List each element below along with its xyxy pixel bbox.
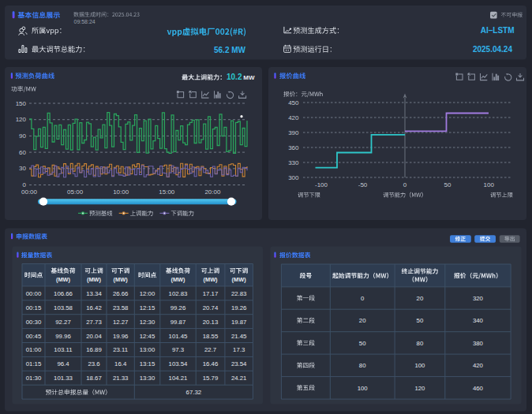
svg-text:01:00: 01:00 (26, 346, 42, 353)
svg-text:23.58: 23.58 (113, 304, 129, 311)
svg-text:103.58: 103.58 (54, 304, 73, 311)
svg-text:120: 120 (16, 116, 27, 123)
svg-text:19.26: 19.26 (231, 304, 247, 311)
svg-text:460: 460 (473, 385, 484, 392)
svg-text:150: 150 (16, 100, 27, 107)
svg-text:17.3: 17.3 (233, 346, 245, 353)
svg-text:13:30: 13:30 (140, 375, 155, 382)
svg-text:420: 420 (473, 362, 484, 369)
svg-text:24.21: 24.21 (231, 375, 247, 382)
svg-text:16.4: 16.4 (114, 360, 127, 367)
svg-text:67.32: 67.32 (186, 389, 202, 396)
svg-text:AI–LSTM: AI–LSTM (481, 26, 515, 35)
svg-text:09:58:24: 09:58:24 (74, 19, 96, 24)
svg-text:00:15: 00:15 (26, 304, 42, 311)
svg-text:05:00: 05:00 (67, 188, 84, 196)
svg-text:(MW): (MW) (87, 276, 102, 283)
svg-text:-50: -50 (358, 181, 368, 188)
svg-text:12:00: 12:00 (140, 290, 155, 297)
svg-text:01:15: 01:15 (26, 360, 42, 367)
svg-text:100: 100 (358, 385, 369, 392)
svg-text:(MW): (MW) (56, 276, 71, 283)
svg-text:18.67: 18.67 (86, 375, 102, 382)
svg-text:15.79: 15.79 (203, 375, 219, 382)
svg-text:99.96: 99.96 (55, 333, 71, 340)
svg-text:23.54: 23.54 (231, 360, 247, 367)
svg-text:0: 0 (403, 181, 407, 188)
svg-text:103.11: 103.11 (54, 346, 72, 353)
svg-text:80: 80 (359, 362, 366, 369)
svg-text:16.46: 16.46 (203, 360, 219, 367)
svg-text:22.83: 22.83 (231, 290, 247, 297)
svg-text:(MW): (MW) (114, 276, 129, 283)
svg-text:320: 320 (473, 295, 484, 302)
svg-text:13:15: 13:15 (140, 360, 155, 367)
svg-text:50: 50 (444, 181, 451, 188)
svg-text:20.13: 20.13 (203, 319, 219, 326)
svg-text:0: 0 (361, 295, 365, 302)
svg-text:23.6: 23.6 (88, 360, 99, 367)
svg-text:26.66: 26.66 (113, 290, 129, 297)
svg-text:16.42: 16.42 (86, 304, 102, 311)
svg-text:19.87: 19.87 (231, 319, 247, 326)
svg-text:22.7: 22.7 (204, 346, 216, 353)
svg-text:60: 60 (19, 149, 26, 156)
svg-text:50: 50 (417, 317, 424, 324)
svg-text:00:00: 00:00 (21, 188, 38, 196)
svg-text:00:30: 00:30 (26, 319, 42, 326)
svg-text:(MW): (MW) (204, 276, 219, 283)
svg-text:420: 420 (288, 114, 299, 121)
svg-text:16.89: 16.89 (86, 346, 102, 353)
svg-text:00:45: 00:45 (26, 333, 42, 340)
svg-text:101.45: 101.45 (169, 333, 189, 340)
svg-text:(MW): (MW) (170, 276, 185, 283)
svg-text:20: 20 (417, 295, 424, 302)
svg-text:12:15: 12:15 (140, 304, 155, 311)
svg-text:56.2 MW: 56.2 MW (214, 46, 246, 54)
svg-text:90: 90 (19, 132, 26, 140)
svg-text:20:00: 20:00 (204, 188, 221, 196)
svg-text:450: 450 (288, 99, 299, 106)
svg-text:380: 380 (473, 340, 484, 347)
svg-text:27.73: 27.73 (86, 319, 102, 326)
svg-text:92.27: 92.27 (55, 319, 71, 326)
svg-text:104.21: 104.21 (169, 375, 188, 382)
svg-text:2025.04.24: 2025.04.24 (473, 45, 512, 54)
svg-text:30: 30 (19, 165, 26, 172)
svg-text:13:00: 13:00 (140, 346, 155, 353)
svg-text:20: 20 (359, 317, 366, 324)
svg-text:101.33: 101.33 (54, 375, 73, 382)
svg-text:340: 340 (473, 317, 484, 324)
svg-text:23.11: 23.11 (113, 346, 128, 353)
svg-text:13.34: 13.34 (86, 290, 102, 297)
svg-text:97.3: 97.3 (172, 346, 184, 353)
svg-text:21.33: 21.33 (113, 375, 129, 382)
svg-text:19.96: 19.96 (113, 333, 129, 340)
svg-text:50: 50 (359, 340, 366, 347)
svg-text:102.83: 102.83 (169, 290, 188, 297)
svg-text:10.2: 10.2 (227, 73, 242, 81)
svg-text:103.54: 103.54 (169, 360, 189, 367)
svg-text:330: 330 (288, 159, 299, 166)
svg-text:MW: MW (243, 74, 255, 81)
svg-text:99.26: 99.26 (170, 304, 186, 311)
svg-text:18.55: 18.55 (203, 333, 219, 340)
svg-text:0: 0 (23, 181, 27, 188)
svg-text:20.04: 20.04 (86, 333, 102, 340)
svg-text:12.27: 12.27 (113, 319, 129, 326)
svg-text:300: 300 (288, 174, 299, 181)
svg-text:120: 120 (414, 385, 425, 392)
svg-text:00:00: 00:00 (26, 290, 42, 297)
svg-text:96.4: 96.4 (57, 360, 69, 367)
svg-text:20.74: 20.74 (203, 304, 219, 311)
svg-text:106.66: 106.66 (54, 290, 73, 297)
svg-text:10:00: 10:00 (113, 188, 129, 196)
svg-text:12:45: 12:45 (140, 333, 155, 340)
svg-text:360: 360 (288, 144, 299, 151)
svg-text:100: 100 (484, 181, 495, 188)
svg-text:15:00: 15:00 (159, 188, 175, 196)
svg-text:(MW): (MW) (232, 276, 247, 283)
svg-text:99.87: 99.87 (170, 319, 186, 326)
svg-text:17.17: 17.17 (203, 290, 219, 297)
svg-text:390: 390 (288, 129, 299, 136)
